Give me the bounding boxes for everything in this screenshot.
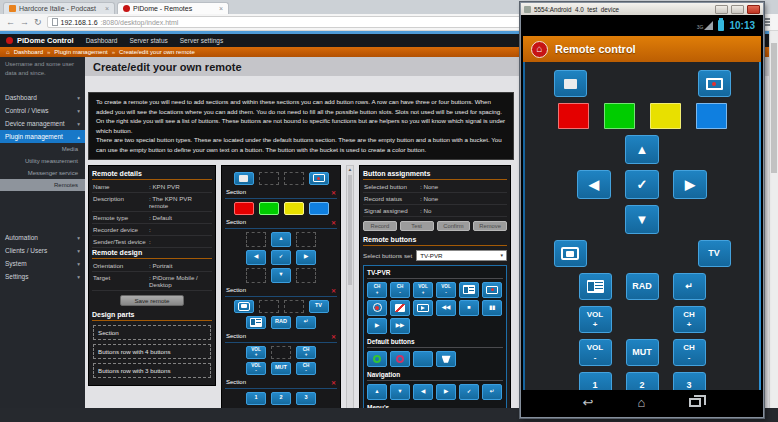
preview-scrollbar[interactable]: ▲ [346, 165, 354, 408]
empty-button[interactable] [413, 351, 433, 367]
radio-button[interactable]: RAD [271, 316, 291, 329]
remove-section-icon[interactable]: ✕ [331, 189, 336, 196]
volume-down-button[interactable]: VOL- [579, 339, 612, 366]
down-button[interactable]: ▼ [390, 384, 410, 400]
volume-down-button[interactable]: VOL- [246, 362, 266, 375]
radio-button[interactable]: RAD [626, 273, 659, 300]
digit-3-button[interactable]: 3 [673, 372, 706, 390]
ok-button[interactable]: ✓ [271, 250, 291, 265]
left-button[interactable]: ◀ [246, 250, 266, 265]
screen-output-button[interactable] [413, 300, 433, 316]
design-part-row4[interactable]: Buttons row with 4 buttons [93, 344, 211, 359]
empty-slot[interactable] [296, 232, 316, 247]
sidebar-item-settings[interactable]: Settings▾ [0, 270, 85, 283]
left-button[interactable]: ◀ [577, 170, 611, 199]
channel-down-button[interactable]: CH- [673, 339, 706, 366]
home-icon[interactable]: ⌂ [6, 49, 10, 55]
tv-button[interactable]: TV [698, 240, 731, 267]
guide-button[interactable] [459, 282, 479, 298]
stop-button[interactable]: ■ [459, 300, 479, 316]
blue-color-button[interactable] [696, 103, 727, 129]
breadcrumb-plugin-management[interactable]: Plugin management [54, 49, 107, 55]
volume-up-button[interactable]: VOL+ [579, 306, 612, 333]
yellow-color-button[interactable] [650, 103, 681, 129]
record-button[interactable]: Record [363, 221, 397, 231]
channel-up-button[interactable]: CH+ [673, 306, 706, 333]
channel-up-button[interactable]: CH+ [367, 282, 387, 298]
up-button[interactable]: ▲ [271, 232, 291, 247]
minimize-button[interactable] [715, 5, 728, 14]
sidebar-item-clients-users[interactable]: Clients / Users▾ [0, 244, 85, 257]
stb-button[interactable] [234, 172, 254, 185]
android-back-icon[interactable]: ↩ [583, 396, 594, 409]
return-button[interactable]: ↵ [296, 316, 316, 329]
tv-power-button[interactable] [309, 172, 329, 185]
sidebar-item-device-management[interactable]: Device management▾ [0, 117, 85, 130]
erase-button[interactable] [390, 300, 410, 316]
remove-section-icon[interactable]: ✕ [331, 333, 336, 340]
red-color-button[interactable] [558, 103, 589, 129]
guide-button[interactable] [579, 273, 612, 300]
down-button[interactable]: ▼ [271, 268, 291, 283]
return-button[interactable]: ↵ [673, 273, 706, 300]
pause-button[interactable]: ▮▮ [482, 300, 502, 316]
nav-link-dashboard[interactable]: Dashboard [86, 37, 118, 44]
sidebar-item-control-views[interactable]: Control / Views▾ [0, 104, 85, 117]
remove-section-icon[interactable]: ✕ [331, 219, 336, 226]
android-home-icon[interactable]: ⌂ [638, 396, 646, 409]
right-button[interactable]: ▶ [436, 384, 456, 400]
yellow-color-button[interactable] [284, 202, 304, 215]
tab-close-icon[interactable]: × [105, 5, 109, 12]
maximize-button[interactable] [731, 5, 744, 14]
volume-up-button[interactable]: VOL+ [413, 282, 433, 298]
up-button[interactable]: ▲ [625, 135, 659, 164]
nav-link-server-status[interactable]: Server status [129, 37, 167, 44]
test-button[interactable]: Test [400, 221, 434, 231]
digit-1-button[interactable]: 1 [579, 372, 612, 390]
up-button[interactable]: ▲ [367, 384, 387, 400]
digit-1-button[interactable]: 1 [246, 392, 266, 405]
sidebar-subitem-media[interactable]: Media [0, 143, 85, 155]
digit-3-button[interactable]: 3 [296, 392, 316, 405]
blue-color-button[interactable] [309, 202, 329, 215]
power-off-button[interactable] [390, 351, 410, 367]
green-color-button[interactable] [604, 103, 635, 129]
color-bucket-button[interactable] [436, 351, 456, 367]
down-button[interactable]: ▼ [625, 205, 659, 234]
channel-up-button[interactable]: CH+ [296, 346, 316, 359]
scroll-up-icon[interactable]: ▲ [347, 166, 353, 174]
volume-up-button[interactable]: VOL+ [246, 346, 266, 359]
close-button[interactable] [747, 5, 760, 14]
sidebar-subitem-messenger-service[interactable]: Messenger service [0, 167, 85, 179]
power-on-button[interactable] [367, 351, 387, 367]
sidebar-subitem-utility-measurement[interactable]: Utility measurement [0, 155, 85, 167]
empty-slot[interactable] [246, 268, 266, 283]
left-button[interactable]: ◀ [413, 384, 433, 400]
menu-button[interactable] [234, 300, 254, 313]
design-part-section[interactable]: Section [93, 325, 211, 340]
green-color-button[interactable] [259, 202, 279, 215]
sidebar-item-plugin-management[interactable]: Plugin management▴ [0, 130, 85, 143]
empty-slot[interactable] [259, 172, 279, 185]
sidebar-item-automation[interactable]: Automation▾ [0, 231, 85, 244]
fast-forward-button[interactable]: ▶▶ [390, 318, 410, 334]
mute-button[interactable]: MUT [271, 362, 291, 375]
channel-down-button[interactable]: CH- [296, 362, 316, 375]
stb-button[interactable] [554, 70, 587, 97]
red-color-button[interactable] [234, 202, 254, 215]
sidebar-item-system[interactable]: System▾ [0, 257, 85, 270]
empty-slot[interactable] [271, 346, 291, 359]
emulator-title-bar[interactable]: 5554:Android_4.0_test_device [521, 3, 763, 15]
mute-button[interactable]: MUT [626, 339, 659, 366]
right-button[interactable]: ▶ [673, 170, 707, 199]
scrollbar-thumb[interactable] [771, 43, 777, 173]
browser-tab-pidome[interactable]: PiDome - Remotes × [117, 2, 229, 14]
tv-button[interactable]: TV [309, 300, 329, 313]
reload-icon[interactable]: ↻ [34, 18, 42, 27]
empty-slot[interactable] [259, 300, 279, 313]
record-button[interactable] [367, 300, 387, 316]
confirm-button[interactable]: Confirm [437, 221, 471, 231]
volume-down-button[interactable]: VOL- [436, 282, 456, 298]
nav-link-server-settings[interactable]: Server settings [180, 37, 223, 44]
channel-down-button[interactable]: CH- [390, 282, 410, 298]
